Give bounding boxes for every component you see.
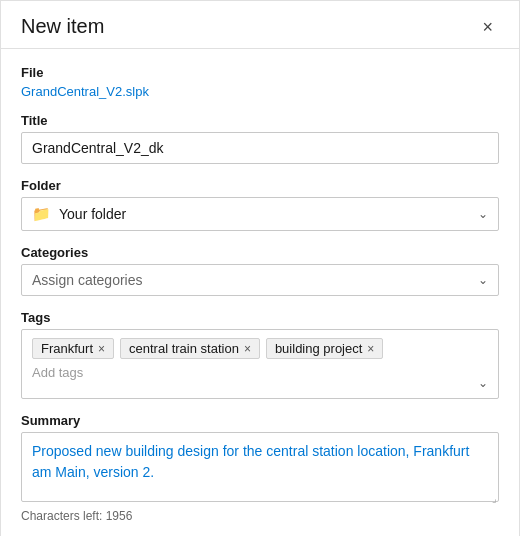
categories-field: Categories Assign categories ⌄ [21,245,499,296]
tag-building-project: building project × [266,338,383,359]
categories-select[interactable]: Assign categories ⌄ [21,264,499,296]
dialog-header: New item × [1,1,519,49]
tags-chevron-icon: ⌄ [478,376,488,390]
tag-central-train-station-label: central train station [129,341,239,356]
folder-select[interactable]: 📁 Your folder ⌄ [21,197,499,231]
tag-frankfurt-close-icon[interactable]: × [98,343,105,355]
folder-chevron-icon: ⌄ [478,207,488,221]
dialog-title: New item [21,15,104,38]
file-link[interactable]: GrandCentral_V2.slpk [21,84,499,99]
summary-textarea-wrap: ⌟ [21,432,499,506]
summary-label: Summary [21,413,499,428]
tags-label: Tags [21,310,499,325]
tags-box[interactable]: Frankfurt × central train station × buil… [21,329,499,399]
new-item-dialog: New item × File GrandCentral_V2.slpk Tit… [0,0,520,536]
tag-frankfurt: Frankfurt × [32,338,114,359]
file-field: File GrandCentral_V2.slpk [21,65,499,99]
tags-row: Frankfurt × central train station × buil… [32,338,488,359]
tag-central-train-station: central train station × [120,338,260,359]
categories-chevron-icon: ⌄ [478,273,488,287]
title-input[interactable] [21,132,499,164]
tag-building-project-close-icon[interactable]: × [367,343,374,355]
summary-textarea[interactable] [21,432,499,502]
tags-field: Tags Frankfurt × central train station ×… [21,310,499,399]
tag-building-project-label: building project [275,341,362,356]
close-button[interactable]: × [476,16,499,38]
folder-select-inner: 📁 Your folder [32,205,126,223]
title-label: Title [21,113,499,128]
folder-icon: 📁 [32,205,51,223]
tag-central-train-station-close-icon[interactable]: × [244,343,251,355]
dialog-body: File GrandCentral_V2.slpk Title Folder 📁… [1,49,519,536]
folder-label: Folder [21,178,499,193]
categories-label: Categories [21,245,499,260]
tag-frankfurt-label: Frankfurt [41,341,93,356]
title-field: Title [21,113,499,164]
add-tags-input[interactable]: Add tags [32,365,488,380]
categories-placeholder: Assign categories [32,272,143,288]
folder-field: Folder 📁 Your folder ⌄ [21,178,499,231]
summary-field: Summary ⌟ Characters left: 1956 [21,413,499,523]
file-label: File [21,65,499,80]
chars-left: Characters left: 1956 [21,509,499,523]
folder-value: Your folder [59,206,126,222]
